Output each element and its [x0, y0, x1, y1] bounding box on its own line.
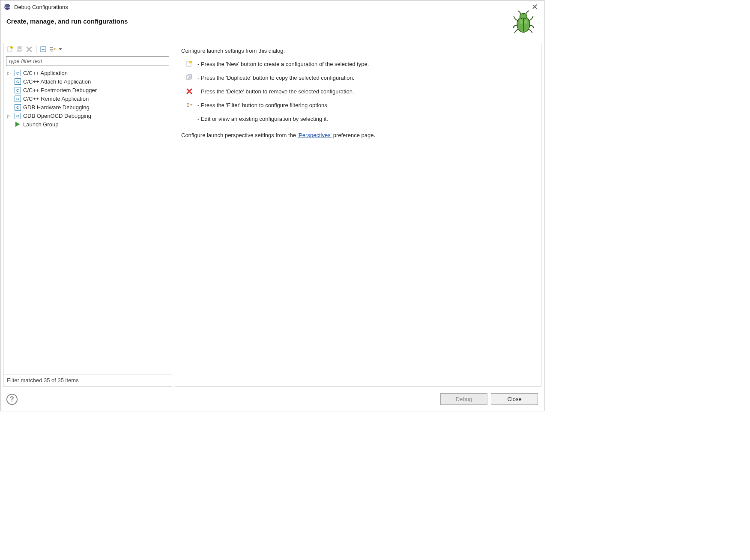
collapse-all-button[interactable] — [39, 45, 48, 54]
c-file-icon: c — [14, 69, 21, 76]
tree-item-label: C/C++ Postmortem Debugger — [23, 87, 97, 93]
tree-item-cpp-postmortem[interactable]: c C/C++ Postmortem Debugger — [6, 86, 169, 94]
play-icon — [14, 121, 21, 128]
close-button[interactable]: Close — [491, 393, 538, 405]
help-text: - Edit or view an existing configuration… — [197, 116, 328, 122]
help-perspective-line: Configure launch perspective settings fr… — [181, 132, 535, 138]
debug-button[interactable]: Debug — [440, 393, 487, 405]
tree-item-gdb-openocd[interactable]: ▷ c GDB OpenOCD Debugging — [6, 111, 169, 120]
delete-config-button[interactable] — [25, 45, 33, 54]
eclipse-icon — [4, 3, 11, 10]
help-line-duplicate: - Press the 'Duplicate' button to copy t… — [181, 72, 535, 83]
tree-item-label: Launch Group — [23, 121, 58, 128]
tree-item-label: GDB Hardware Debugging — [23, 104, 90, 111]
filter-icon — [185, 101, 193, 109]
svg-point-5 — [520, 19, 523, 24]
dialog-content: + — [0, 40, 544, 389]
duplicate-icon — [185, 74, 193, 81]
window-title: Debug Configurations — [14, 4, 68, 10]
c-file-icon: c — [14, 95, 21, 102]
filter-status: Filter matched 35 of 35 items — [3, 374, 172, 386]
dialog-footer: ? Debug Close — [0, 389, 544, 411]
help-line-edit: - Edit or view an existing configuration… — [181, 113, 535, 124]
header-subtitle: Create, manage, and run configurations — [6, 18, 128, 25]
help-line-new: - Press the 'New' button to create a con… — [181, 58, 535, 69]
tree-item-label: C/C++ Attach to Application — [23, 78, 91, 85]
delete-icon — [185, 87, 193, 95]
c-file-icon: c — [14, 87, 21, 93]
help-text: - Press the 'Duplicate' button to copy t… — [197, 75, 354, 81]
help-line-delete: - Press the 'Delete' button to remove th… — [181, 86, 535, 97]
tree-item-label: C/C++ Application — [23, 70, 68, 76]
svg-point-17 — [189, 61, 192, 63]
blank-icon — [185, 115, 193, 123]
help-text: - Press the 'New' button to create a con… — [197, 61, 369, 67]
tree-item-launch-group[interactable]: Launch Group — [6, 120, 169, 129]
help-line-filter: - Press the 'Filter' button to configure… — [181, 99, 535, 111]
titlebar: Debug Configurations ✕ — [0, 0, 544, 13]
svg-point-6 — [524, 19, 528, 24]
duplicate-config-button[interactable] — [15, 45, 24, 54]
help-intro: Configure launch settings from this dial… — [181, 48, 535, 54]
debug-bug-icon — [511, 9, 536, 35]
right-panel: Configure launch settings from this dial… — [175, 43, 541, 386]
toolbar-separator — [36, 46, 36, 53]
filter-dropdown-button[interactable] — [58, 45, 63, 54]
help-text: - Press the 'Delete' button to remove th… — [197, 88, 354, 95]
filter-input[interactable] — [6, 56, 169, 66]
filter-button[interactable] — [48, 45, 57, 54]
config-tree[interactable]: ▷ c C/C++ Application c C/C++ Attach to … — [3, 67, 172, 374]
help-text-after: preference page. — [332, 132, 375, 138]
help-text: - Press the 'Filter' button to configure… — [197, 102, 329, 108]
help-button[interactable]: ? — [6, 394, 18, 405]
c-file-icon: c — [14, 112, 21, 119]
c-file-icon: c — [14, 78, 21, 85]
svg-point-0 — [4, 4, 10, 10]
dialog-header: Create, manage, and run configurations — [0, 13, 544, 40]
expand-arrow-icon[interactable]: ▷ — [6, 114, 12, 118]
tree-item-label: C/C++ Remote Application — [23, 96, 89, 102]
left-panel: + — [3, 43, 172, 386]
help-text-before: Configure launch perspective settings fr… — [181, 132, 298, 138]
tree-item-cpp-application[interactable]: ▷ c C/C++ Application — [6, 69, 169, 77]
c-file-icon: c — [14, 104, 21, 111]
new-config-button[interactable]: + — [6, 45, 15, 54]
perspectives-link[interactable]: 'Perspectives' — [298, 132, 332, 138]
tree-item-label: GDB OpenOCD Debugging — [23, 113, 91, 119]
tree-item-gdb-hardware[interactable]: c GDB Hardware Debugging — [6, 103, 169, 111]
toolbar: + — [3, 43, 172, 55]
tree-item-cpp-remote[interactable]: c C/C++ Remote Application — [6, 94, 169, 103]
svg-text:+: + — [11, 46, 12, 49]
new-file-icon — [185, 60, 193, 68]
expand-arrow-icon[interactable]: ▷ — [6, 71, 12, 75]
tree-item-cpp-attach[interactable]: c C/C++ Attach to Application — [6, 77, 169, 86]
